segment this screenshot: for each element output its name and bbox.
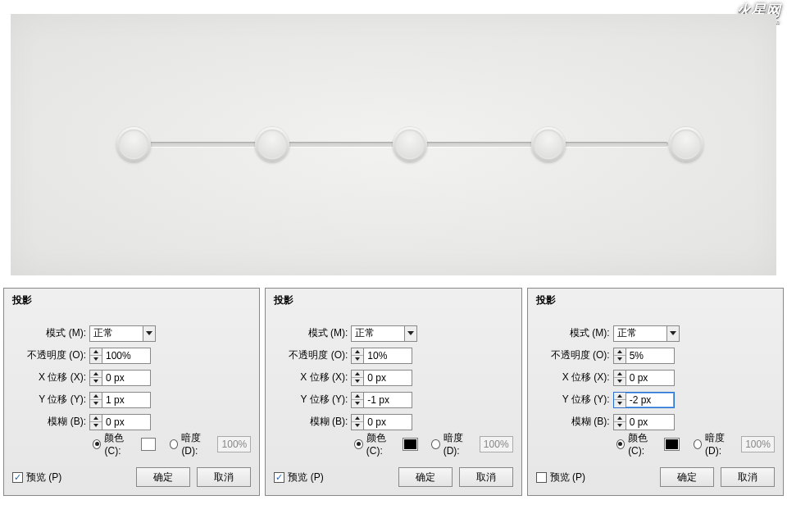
mode-select[interactable]: 正常 xyxy=(89,325,156,342)
color-swatch[interactable] xyxy=(141,438,157,451)
yoffset-label: Y 位移 (Y): xyxy=(12,393,89,407)
opacity-stepper[interactable]: 10% xyxy=(351,348,412,364)
shadow-settings-panel: 投影 模式 (M): 正常 不透明度 (O): 100% X 位移 (X): 0… xyxy=(3,288,260,496)
preview-checkbox[interactable] xyxy=(536,472,547,483)
blur-value: 0 px xyxy=(102,415,150,430)
xoffset-label: X 位移 (X): xyxy=(12,371,89,384)
stepper-buttons[interactable] xyxy=(352,348,364,363)
opacity-stepper[interactable]: 100% xyxy=(89,348,151,364)
ok-button[interactable]: 确定 xyxy=(398,467,453,487)
y-offset-value: -1 px xyxy=(364,393,412,407)
opacity-value: 10% xyxy=(364,348,412,363)
stepper-buttons[interactable] xyxy=(90,393,102,407)
stepper-buttons[interactable] xyxy=(614,348,626,363)
mode-value: 正常 xyxy=(614,326,666,340)
blur-value: 0 px xyxy=(626,415,674,430)
opacity-label: 不透明度 (O): xyxy=(12,348,89,362)
progress-node xyxy=(116,127,151,161)
darkness-label: 暗度 (D): xyxy=(181,431,214,457)
mode-label: 模式 (M): xyxy=(536,326,613,340)
ok-button[interactable]: 确定 xyxy=(660,467,714,487)
x-offset-value: 0 px xyxy=(364,371,412,385)
opacity-value: 5% xyxy=(626,348,674,363)
y-offset-stepper[interactable]: 1 px xyxy=(89,392,151,408)
shadow-settings-panel: 投影 模式 (M): 正常 不透明度 (O): 10% X 位移 (X): 0 … xyxy=(265,288,521,496)
xoffset-label: X 位移 (X): xyxy=(536,371,613,384)
x-offset-value: 0 px xyxy=(626,371,674,385)
panel-title: 投影 xyxy=(12,293,251,307)
color-radio[interactable] xyxy=(354,439,362,449)
shadow-settings-panel: 投影 模式 (M): 正常 不透明度 (O): 5% X 位移 (X): 0 p… xyxy=(527,288,784,496)
x-offset-stepper[interactable]: 0 px xyxy=(613,370,675,386)
yoffset-label: Y 位移 (Y): xyxy=(274,393,351,407)
xoffset-label: X 位移 (X): xyxy=(274,371,351,384)
mode-label: 模式 (M): xyxy=(274,326,351,340)
mode-value: 正常 xyxy=(90,326,143,340)
preview-label: 预览 (P) xyxy=(26,471,61,484)
progress-node xyxy=(393,127,427,161)
panel-title: 投影 xyxy=(536,293,775,307)
darkness-radio[interactable] xyxy=(170,439,178,449)
mode-select[interactable]: 正常 xyxy=(613,325,680,342)
stepper-buttons[interactable] xyxy=(614,393,626,407)
panel-title: 投影 xyxy=(274,293,512,307)
stepper-buttons[interactable] xyxy=(614,371,626,385)
color-label: 颜色 (C): xyxy=(628,431,661,457)
blur-stepper[interactable]: 0 px xyxy=(89,414,151,430)
preview-checkbox[interactable] xyxy=(274,472,284,483)
stepper-buttons[interactable] xyxy=(614,415,626,430)
stepper-buttons[interactable] xyxy=(352,393,364,407)
darkness-radio[interactable] xyxy=(694,439,702,449)
opacity-label: 不透明度 (O): xyxy=(274,348,351,362)
blur-stepper[interactable]: 0 px xyxy=(613,414,675,430)
opacity-label: 不透明度 (O): xyxy=(536,348,613,362)
opacity-value: 100% xyxy=(102,348,150,363)
progress-node xyxy=(255,127,289,161)
y-offset-stepper[interactable]: -2 px xyxy=(613,392,675,408)
chevron-down-icon xyxy=(404,326,416,341)
progress-node xyxy=(669,127,703,161)
y-offset-value: -2 px xyxy=(626,393,674,407)
darkness-radio[interactable] xyxy=(431,439,439,449)
stepper-buttons[interactable] xyxy=(90,415,102,430)
color-label: 颜色 (C): xyxy=(104,431,137,457)
color-swatch[interactable] xyxy=(403,438,418,451)
stepper-buttons[interactable] xyxy=(352,371,364,385)
ok-button[interactable]: 确定 xyxy=(136,467,190,487)
blur-stepper[interactable]: 0 px xyxy=(351,414,412,430)
stepper-buttons[interactable] xyxy=(352,415,364,430)
preview-label: 预览 (P) xyxy=(550,471,585,484)
cancel-button[interactable]: 取消 xyxy=(721,467,775,487)
preview-canvas xyxy=(11,14,776,275)
cancel-button[interactable]: 取消 xyxy=(459,467,513,487)
preview-checkbox[interactable] xyxy=(12,472,23,483)
stepper-buttons[interactable] xyxy=(90,371,102,385)
mode-label: 模式 (M): xyxy=(12,326,89,340)
blur-label: 模糊 (B): xyxy=(274,415,351,429)
x-offset-value: 0 px xyxy=(102,371,150,385)
opacity-stepper[interactable]: 5% xyxy=(613,348,675,364)
color-label: 颜色 (C): xyxy=(366,431,399,457)
mode-value: 正常 xyxy=(352,326,404,340)
darkness-value: 100% xyxy=(741,436,775,452)
stepper-buttons[interactable] xyxy=(90,348,102,363)
chevron-down-icon xyxy=(666,326,679,341)
mode-select[interactable]: 正常 xyxy=(351,325,417,342)
color-radio[interactable] xyxy=(616,439,625,449)
darkness-value: 100% xyxy=(480,436,513,452)
y-offset-stepper[interactable]: -1 px xyxy=(351,392,412,408)
y-offset-value: 1 px xyxy=(102,393,150,407)
blur-value: 0 px xyxy=(364,415,412,430)
x-offset-stepper[interactable]: 0 px xyxy=(351,370,412,386)
color-swatch[interactable] xyxy=(664,438,680,451)
blur-label: 模糊 (B): xyxy=(12,415,89,429)
yoffset-label: Y 位移 (Y): xyxy=(536,393,613,407)
x-offset-stepper[interactable]: 0 px xyxy=(89,370,151,386)
darkness-label: 暗度 (D): xyxy=(705,431,738,457)
cancel-button[interactable]: 取消 xyxy=(197,467,251,487)
preview-label: 预览 (P) xyxy=(288,471,323,484)
color-radio[interactable] xyxy=(93,439,101,449)
darkness-value: 100% xyxy=(217,436,251,452)
chevron-down-icon xyxy=(143,326,155,341)
blur-label: 模糊 (B): xyxy=(536,415,613,429)
